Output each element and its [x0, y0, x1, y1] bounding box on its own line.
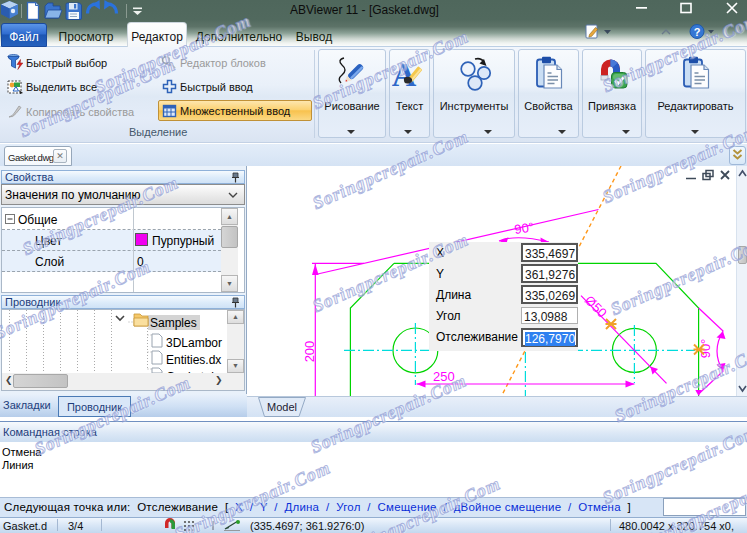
svg-text:250: 250 — [433, 369, 455, 384]
svg-text:200: 200 — [302, 341, 317, 363]
svg-text:Model: Model — [267, 401, 297, 413]
svg-text:?: ? — [694, 26, 701, 38]
svg-text:Ø50: Ø50 — [582, 293, 610, 321]
svg-text:90°: 90° — [513, 219, 535, 237]
